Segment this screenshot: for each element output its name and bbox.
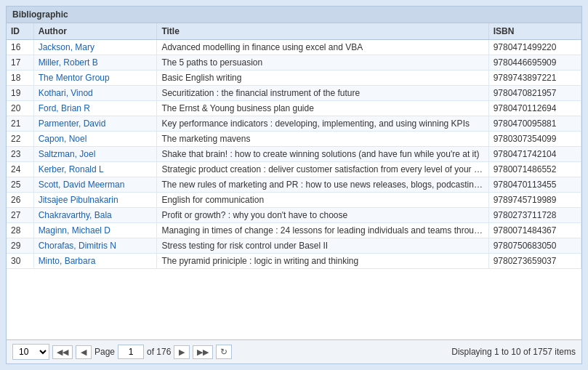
cell-title: The marketing mavens (157, 132, 488, 147)
cell-title: English for communication (157, 193, 488, 208)
cell-title: Key performance indicators : developing,… (157, 116, 488, 132)
table-head: ID Author Title ISBN (7, 23, 581, 40)
cell-title: The pyramid priniciple : logic in writin… (157, 254, 488, 269)
cell-isbn: 9780307354099 (488, 132, 581, 147)
cell-author: Saltzman, Joel (33, 147, 157, 162)
cell-isbn: 9780470112694 (488, 101, 581, 116)
cell-id: 27 (7, 208, 33, 223)
cell-id: 25 (7, 177, 33, 193)
display-info: Displaying 1 to 10 of 1757 items (451, 347, 576, 357)
table-row[interactable]: 16Jackson, MaryAdvanced modelling in fin… (7, 40, 581, 55)
cell-isbn: 9780071484367 (488, 223, 581, 238)
table-row[interactable]: 30Minto, BarbaraThe pyramid priniciple :… (7, 254, 581, 269)
cell-isbn: 9780471499220 (488, 40, 581, 55)
table-container: ID Author Title ISBN 16Jackson, MaryAdva… (7, 23, 581, 339)
bibliographic-table: ID Author Title ISBN 16Jackson, MaryAdva… (7, 23, 581, 269)
cell-isbn: 9780273711728 (488, 208, 581, 223)
cell-title: The 5 paths to persuasion (157, 55, 488, 71)
page-label: Page (94, 347, 115, 357)
cell-author: Scott, David Meerman (33, 177, 157, 193)
next-page-button[interactable]: ▶ (174, 345, 190, 359)
cell-author: Capon, Noel (33, 132, 157, 147)
cell-author: Jitsajee Pibulnakarin (33, 193, 157, 208)
footer-left: 102550100 ◀◀ ◀ Page of 176 ▶ ▶▶ ↻ (12, 344, 232, 360)
cell-id: 30 (7, 254, 33, 269)
cell-isbn: 9780470113455 (488, 177, 581, 193)
refresh-button[interactable]: ↻ (216, 345, 232, 359)
cell-author: Kerber, Ronald L (33, 162, 157, 177)
panel-header: Bibliographic (7, 7, 581, 23)
cell-isbn: 9780446695909 (488, 55, 581, 71)
cell-author: Minto, Barbara (33, 254, 157, 269)
cell-author: Chakravarthy, Bala (33, 208, 157, 223)
cell-title: Strategic product creation : deliver cus… (157, 162, 488, 177)
cell-title: Securitization : the financial instrumen… (157, 86, 488, 101)
cell-id: 24 (7, 162, 33, 177)
cell-id: 22 (7, 132, 33, 147)
col-header-isbn: ISBN (488, 23, 581, 40)
cell-id: 29 (7, 238, 33, 254)
main-container: Bibliographic ID Author Title ISBN 16Jac… (0, 0, 588, 370)
prev-page-button[interactable]: ◀ (76, 345, 92, 359)
cell-author: Chorafas, Dimitris N (33, 238, 157, 254)
cell-id: 17 (7, 55, 33, 71)
cell-author: Jackson, Mary (33, 40, 157, 55)
cell-isbn: 9780750683050 (488, 238, 581, 254)
cell-title: Managing in times of change : 24 lessons… (157, 223, 488, 238)
table-body: 16Jackson, MaryAdvanced modelling in fin… (7, 40, 581, 269)
last-page-button[interactable]: ▶▶ (193, 345, 213, 359)
cell-isbn: 9780471742104 (488, 147, 581, 162)
cell-author: Maginn, Michael D (33, 223, 157, 238)
cell-id: 26 (7, 193, 33, 208)
table-row[interactable]: 27Chakravarthy, BalaProfit or growth? : … (7, 208, 581, 223)
table-row[interactable]: 25Scott, David MeermanThe new rules of m… (7, 177, 581, 193)
cell-author: Ford, Brian R (33, 101, 157, 116)
table-row[interactable]: 26Jitsajee PibulnakarinEnglish for commu… (7, 193, 581, 208)
header-row: ID Author Title ISBN (7, 23, 581, 40)
cell-author: Miller, Robert B (33, 55, 157, 71)
cell-author: The Mentor Group (33, 71, 157, 86)
cell-isbn: 9780071486552 (488, 162, 581, 177)
cell-author: Kothari, Vinod (33, 86, 157, 101)
col-header-id: ID (7, 23, 33, 40)
page-input[interactable] (118, 345, 144, 359)
table-row[interactable]: 18The Mentor GroupBasic English writing9… (7, 71, 581, 86)
cell-title: Basic English writing (157, 71, 488, 86)
table-row[interactable]: 29Chorafas, Dimitris NStress testing for… (7, 238, 581, 254)
table-row[interactable]: 17Miller, Robert BThe 5 paths to persuas… (7, 55, 581, 71)
cell-id: 20 (7, 101, 33, 116)
col-header-title: Title (157, 23, 488, 40)
col-header-author: Author (33, 23, 157, 40)
cell-author: Parmenter, David (33, 116, 157, 132)
cell-title: Shake that brain! : how to create winnin… (157, 147, 488, 162)
cell-isbn: 9780470095881 (488, 116, 581, 132)
cell-isbn: 9780470821957 (488, 86, 581, 101)
cell-title: Stress testing for risk control under Ba… (157, 238, 488, 254)
first-page-button[interactable]: ◀◀ (52, 345, 73, 359)
cell-isbn: 9789745719989 (488, 193, 581, 208)
cell-title: The Ernst & Young business plan guide (157, 101, 488, 116)
table-row[interactable]: 19Kothari, VinodSecuritization : the fin… (7, 86, 581, 101)
cell-isbn: 9780273659037 (488, 254, 581, 269)
cell-id: 21 (7, 116, 33, 132)
page-size-select[interactable]: 102550100 (12, 344, 49, 360)
table-row[interactable]: 23Saltzman, JoelShake that brain! : how … (7, 147, 581, 162)
panel-title: Bibliographic (12, 9, 68, 20)
cell-id: 23 (7, 147, 33, 162)
cell-title: The new rules of marketing and PR : how … (157, 177, 488, 193)
bibliographic-panel: Bibliographic ID Author Title ISBN 16Jac… (6, 6, 582, 364)
cell-id: 18 (7, 71, 33, 86)
cell-isbn: 9789743897221 (488, 71, 581, 86)
table-footer: 102550100 ◀◀ ◀ Page of 176 ▶ ▶▶ ↻ Displa… (7, 339, 581, 363)
table-row[interactable]: 20Ford, Brian RThe Ernst & Young busines… (7, 101, 581, 116)
table-row[interactable]: 22Capon, NoelThe marketing mavens9780307… (7, 132, 581, 147)
table-row[interactable]: 28Maginn, Michael DManaging in times of … (7, 223, 581, 238)
cell-id: 19 (7, 86, 33, 101)
cell-id: 16 (7, 40, 33, 55)
cell-title: Profit or growth? : why you don't have t… (157, 208, 488, 223)
table-row[interactable]: 21Parmenter, DavidKey performance indica… (7, 116, 581, 132)
of-label: of 176 (147, 347, 171, 357)
cell-title: Advanced modelling in finance using exce… (157, 40, 488, 55)
cell-id: 28 (7, 223, 33, 238)
table-row[interactable]: 24Kerber, Ronald LStrategic product crea… (7, 162, 581, 177)
